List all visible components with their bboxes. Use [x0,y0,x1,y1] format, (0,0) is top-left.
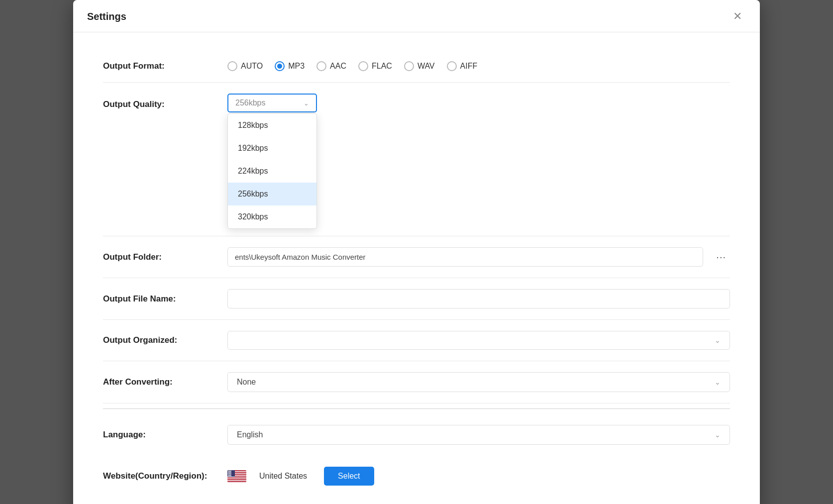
language-row: Language: English ⌄ [103,414,730,456]
quality-selected: 256kbps [235,99,266,107]
output-filename-row: Output File Name: [103,278,730,320]
svg-point-47 [229,475,229,476]
filename-input[interactable] [227,289,730,308]
svg-point-17 [230,471,230,471]
quality-option-224[interactable]: 224kbps [228,160,316,183]
format-auto[interactable]: AUTO [227,61,263,71]
section-divider [103,408,730,409]
quality-option-256[interactable]: 256kbps [228,183,316,205]
organized-dropdown[interactable]: ⌄ [227,331,730,350]
svg-point-54 [231,476,231,476]
svg-point-42 [228,475,229,475]
output-filename-label: Output File Name: [103,294,227,304]
svg-point-29 [229,473,229,473]
output-organized-label: Output Organized: [103,335,227,345]
output-filename-content [227,289,730,308]
svg-point-24 [228,472,229,472]
svg-point-31 [230,473,231,473]
output-format-content: AUTO MP3 AAC FLAC [227,61,730,71]
svg-point-41 [228,475,228,475]
svg-point-27 [231,472,231,472]
after-converting-chevron-icon: ⌄ [715,378,721,386]
close-button[interactable]: ✕ [729,9,746,24]
chevron-down-icon: ⌄ [304,100,309,107]
format-aac[interactable]: AAC [316,61,346,71]
svg-point-21 [230,471,230,472]
language-label: Language: [103,430,227,440]
format-aiff-label: AIFF [460,62,478,71]
svg-point-37 [228,474,229,474]
radio-auto [227,61,237,71]
dialog-header: Settings ✕ [73,0,760,32]
svg-point-49 [230,475,231,476]
svg-point-23 [228,472,228,472]
website-row: Website(Country/Region): [103,456,730,497]
svg-point-20 [229,471,229,472]
output-quality-label: Output Quality: [103,94,227,109]
organized-chevron-icon: ⌄ [715,336,721,344]
output-format-label: Output Format: [103,61,227,71]
language-dropdown[interactable]: English ⌄ [227,425,730,445]
quality-dropdown[interactable]: 256kbps ⌄ 128kbps 192kbps 224kbps 256kbp… [227,94,317,112]
output-quality-row: Output Quality: 256kbps ⌄ 128kbps 192kbp… [103,83,730,236]
svg-point-14 [228,471,228,471]
svg-point-22 [230,471,231,472]
output-quality-content: 256kbps ⌄ 128kbps 192kbps 224kbps 256kbp… [227,94,730,236]
language-content: English ⌄ [227,425,730,445]
format-flac[interactable]: FLAC [358,61,392,71]
svg-point-46 [228,475,229,476]
select-button[interactable]: Select [324,467,374,486]
svg-point-28 [228,473,229,473]
svg-point-40 [230,474,231,474]
svg-point-32 [228,473,228,474]
svg-point-35 [230,473,230,474]
svg-point-38 [229,474,229,474]
svg-point-45 [231,475,231,475]
svg-point-39 [230,474,230,474]
radio-mp3 [275,61,285,71]
after-converting-value: None [237,378,256,387]
folder-input-wrap: ents\Ukeysoft Amazon Music Converter [227,247,703,267]
quality-option-320[interactable]: 320kbps [228,205,316,228]
svg-rect-7 [227,477,246,478]
svg-point-18 [231,471,231,471]
format-aiff[interactable]: AIFF [447,61,478,71]
svg-rect-11 [227,480,246,481]
quality-option-128[interactable]: 128kbps [228,114,316,137]
svg-point-44 [230,475,230,475]
svg-point-16 [229,471,230,471]
us-flag-icon [227,470,246,482]
after-converting-dropdown[interactable]: None ⌄ [227,372,730,392]
settings-dialog: Settings ✕ Output Format: AUTO MP3 [73,0,760,504]
radio-wav [404,61,414,71]
output-format-row: Output Format: AUTO MP3 [103,50,730,83]
quality-option-192[interactable]: 192kbps [228,137,316,160]
country-flag [227,470,246,482]
svg-point-36 [231,473,231,474]
format-aac-label: AAC [330,62,346,71]
svg-point-34 [229,473,230,474]
svg-point-50 [228,476,228,476]
format-wav[interactable]: WAV [404,61,435,71]
output-folder-content: ents\Ukeysoft Amazon Music Converter ··· [227,247,730,267]
radio-aac [316,61,326,71]
after-converting-label: After Converting: [103,377,227,387]
svg-rect-8 [227,478,246,479]
language-chevron-icon: ⌄ [715,431,721,439]
website-label: Website(Country/Region): [103,471,227,481]
website-content: United States Select [227,467,730,486]
format-flac-label: FLAC [372,62,392,71]
folder-path: ents\Ukeysoft Amazon Music Converter [235,253,696,261]
dialog-body: Output Format: AUTO MP3 [73,32,760,504]
format-mp3-label: MP3 [288,62,305,71]
svg-point-25 [229,472,230,472]
output-organized-row: Output Organized: ⌄ [103,320,730,361]
svg-point-26 [230,472,230,472]
svg-point-48 [230,475,230,476]
folder-more-button[interactable]: ··· [712,251,730,263]
format-mp3[interactable]: MP3 [275,61,305,71]
quality-trigger[interactable]: 256kbps ⌄ [227,94,317,112]
format-auto-label: AUTO [241,62,263,71]
dialog-title: Settings [87,11,126,22]
svg-point-53 [230,476,230,476]
